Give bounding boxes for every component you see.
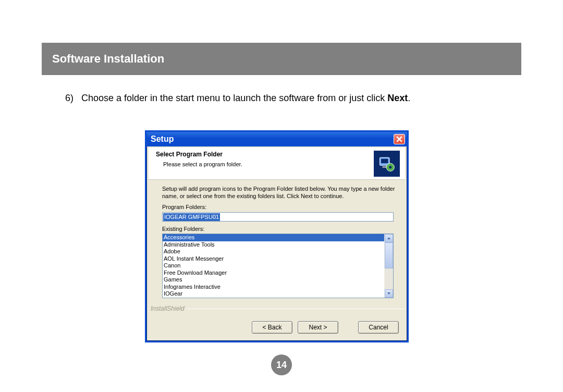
program-folder-input[interactable]: IOGEAR GMFPSU01 (162, 212, 394, 222)
cancel-button[interactable]: Cancel (358, 321, 399, 334)
dialog-titlebar[interactable]: Setup (146, 132, 407, 146)
next-button[interactable]: Next > (298, 321, 338, 334)
section-title: Software Installation (52, 52, 164, 66)
list-items: Accessories Administrative Tools Adobe A… (163, 234, 384, 298)
panel-title: Select Program Folder (156, 151, 223, 158)
chevron-down-icon (387, 291, 391, 296)
svg-point-4 (389, 166, 391, 168)
list-item[interactable]: Free Download Manager (163, 270, 384, 277)
scroll-down-button[interactable] (385, 289, 393, 298)
dialog-body: Setup will add program icons to the Prog… (149, 180, 405, 339)
step-bold: Next (387, 93, 408, 103)
back-button[interactable]: < Back (252, 321, 292, 334)
svg-rect-1 (381, 159, 388, 164)
section-header: Software Installation (42, 43, 521, 75)
list-item[interactable]: IOGear (163, 290, 384, 298)
page-number-badge: 14 (271, 354, 292, 375)
list-item[interactable]: Infogrames Interactive (163, 284, 384, 291)
installer-icon (374, 151, 400, 177)
dialog-title: Setup (151, 134, 174, 144)
scroll-thumb[interactable] (385, 242, 393, 268)
close-icon (396, 136, 402, 142)
divider (186, 309, 404, 309)
instruction-step: 6) Choose a folder in the start menu to … (65, 93, 410, 104)
setup-dialog: Setup Select Program Folder Please selec… (145, 130, 409, 342)
chevron-up-icon (387, 236, 391, 240)
dialog-header-panel: Select Program Folder Please select a pr… (149, 148, 405, 180)
list-item[interactable]: Adobe (163, 248, 384, 255)
list-item[interactable]: AOL Instant Messenger (163, 255, 384, 263)
scroll-up-button[interactable] (385, 234, 393, 242)
listbox-scrollbar[interactable] (384, 234, 393, 298)
program-folders-label: Program Folders: (162, 204, 206, 210)
page-number: 14 (276, 360, 287, 371)
step-text: Choose a folder in the start menu to lau… (81, 93, 387, 103)
existing-folders-label: Existing Folders: (162, 226, 204, 232)
close-button[interactable] (394, 134, 405, 144)
dialog-button-row: < Back Next > Cancel (252, 321, 399, 334)
list-item[interactable]: Games (163, 276, 384, 284)
list-item[interactable]: Accessories (163, 234, 384, 241)
svg-rect-2 (383, 166, 387, 168)
installshield-branding: InstallShield (151, 305, 185, 312)
dialog-description: Setup will add program icons to the Prog… (162, 185, 397, 200)
list-item[interactable]: Administrative Tools (163, 241, 384, 249)
program-folder-value: IOGEAR GMFPSU01 (163, 213, 220, 221)
list-item[interactable]: Canon (163, 262, 384, 270)
step-number: 6) (65, 93, 74, 103)
step-after: . (408, 93, 410, 103)
existing-folders-listbox[interactable]: Accessories Administrative Tools Adobe A… (162, 234, 394, 298)
panel-subtitle: Please select a program folder. (163, 161, 242, 167)
